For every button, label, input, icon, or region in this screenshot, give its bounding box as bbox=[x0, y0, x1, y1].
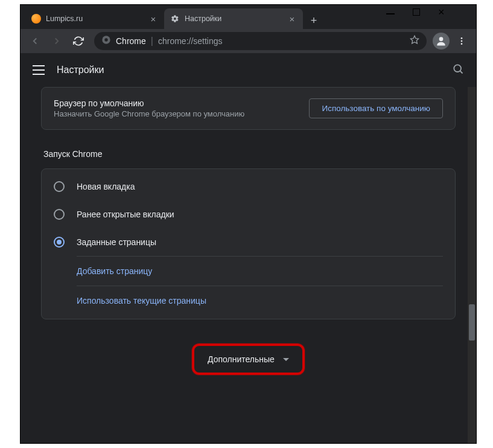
advanced-section: Дополнительные bbox=[41, 344, 456, 375]
favicon-lumpics bbox=[31, 14, 41, 24]
default-browser-subtitle: Назначить Google Chrome браузером по умо… bbox=[54, 109, 244, 118]
startup-options-card: Новая вкладка Ранее открытые вкладки Зад… bbox=[41, 168, 456, 319]
svg-point-1 bbox=[104, 38, 107, 41]
radio-label: Заданные страницы bbox=[77, 237, 156, 247]
back-button[interactable] bbox=[25, 31, 45, 51]
advanced-toggle-button[interactable]: Дополнительные bbox=[192, 344, 305, 375]
add-page-link[interactable]: Добавить страницу bbox=[77, 256, 443, 286]
reload-button[interactable] bbox=[69, 31, 88, 51]
radio-icon bbox=[54, 181, 65, 192]
chevron-down-icon bbox=[283, 358, 289, 361]
startup-option-specific[interactable]: Заданные страницы bbox=[42, 228, 455, 256]
os-window-controls: × bbox=[386, 8, 445, 16]
omnibox-chrome-label: Chrome bbox=[116, 36, 146, 46]
search-icon[interactable] bbox=[452, 63, 464, 77]
profile-avatar-button[interactable] bbox=[433, 33, 450, 50]
toolbar: Chrome | chrome://settings bbox=[21, 29, 476, 53]
browser-window: Lumpics.ru × Настройки × + Chrome | bbox=[20, 4, 477, 444]
close-icon[interactable]: × bbox=[287, 14, 297, 24]
tab-title: Lumpics.ru bbox=[46, 14, 144, 23]
startup-section-title: Запуск Chrome bbox=[43, 149, 456, 159]
svg-marker-2 bbox=[410, 36, 418, 43]
startup-sub-actions: Добавить страницу Использовать текущие с… bbox=[77, 256, 443, 315]
default-browser-text: Браузер по умолчанию Назначить Google Ch… bbox=[54, 98, 244, 118]
omnibox-separator: | bbox=[151, 36, 153, 46]
tab-settings[interactable]: Настройки × bbox=[164, 8, 303, 29]
tab-lumpics[interactable]: Lumpics.ru × bbox=[25, 8, 164, 29]
close-button[interactable]: × bbox=[438, 8, 445, 16]
scrollbar-thumb[interactable] bbox=[469, 304, 475, 341]
scrollbar-track[interactable] bbox=[468, 87, 476, 443]
hamburger-menu-icon[interactable] bbox=[33, 64, 45, 76]
svg-line-8 bbox=[460, 71, 463, 74]
svg-point-3 bbox=[439, 37, 444, 41]
minimize-button[interactable] bbox=[386, 13, 395, 14]
svg-point-4 bbox=[461, 37, 463, 39]
svg-point-5 bbox=[461, 40, 463, 42]
radio-icon bbox=[54, 209, 65, 220]
radio-label: Новая вкладка bbox=[77, 182, 135, 191]
chrome-icon bbox=[101, 35, 111, 47]
settings-header: Настройки bbox=[21, 53, 476, 87]
svg-point-6 bbox=[461, 43, 463, 45]
close-icon[interactable]: × bbox=[148, 14, 158, 24]
startup-option-newtab[interactable]: Новая вкладка bbox=[42, 173, 455, 200]
radio-label: Ранее открытые вкладки bbox=[77, 210, 174, 219]
settings-body: Браузер по умолчанию Назначить Google Ch… bbox=[21, 87, 476, 443]
settings-page: Настройки Браузер по умолчанию Назначить… bbox=[21, 53, 476, 443]
svg-point-7 bbox=[454, 65, 461, 72]
use-current-pages-link[interactable]: Использовать текущие страницы bbox=[77, 286, 443, 315]
bookmark-star-icon[interactable] bbox=[410, 35, 419, 47]
radio-icon bbox=[54, 237, 65, 248]
default-browser-card: Браузер по умолчанию Назначить Google Ch… bbox=[41, 87, 456, 130]
maximize-button[interactable] bbox=[413, 8, 420, 16]
new-tab-button[interactable]: + bbox=[305, 12, 322, 29]
omnibox-url: chrome://settings bbox=[158, 36, 405, 46]
default-browser-title: Браузер по умолчанию bbox=[54, 98, 244, 108]
tab-title: Настройки bbox=[185, 14, 282, 23]
settings-title: Настройки bbox=[57, 65, 440, 75]
set-default-button[interactable]: Использовать по умолчанию bbox=[309, 98, 443, 118]
favicon-settings-gear-icon bbox=[170, 14, 180, 24]
advanced-label: Дополнительные bbox=[208, 354, 275, 364]
forward-button[interactable] bbox=[47, 31, 66, 51]
startup-option-continue[interactable]: Ранее открытые вкладки bbox=[42, 200, 455, 228]
menu-button[interactable] bbox=[452, 31, 471, 51]
address-bar[interactable]: Chrome | chrome://settings bbox=[94, 32, 427, 50]
